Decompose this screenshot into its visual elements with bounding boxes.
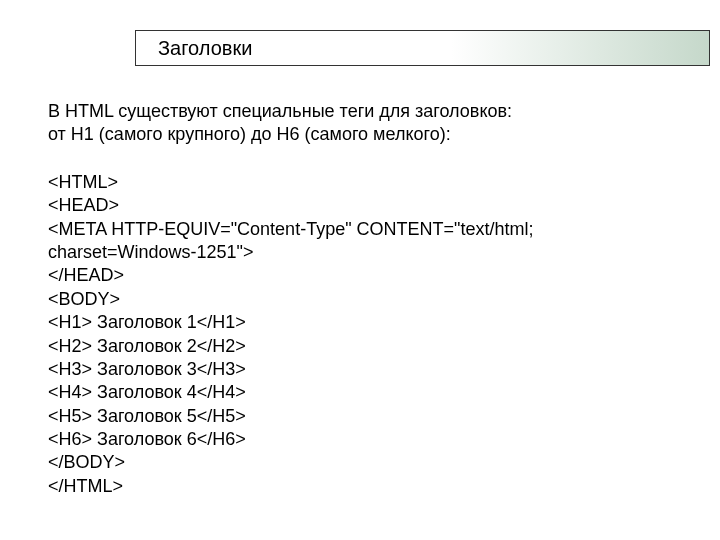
code-line: <H6> Заголовок 6</H6>	[48, 428, 668, 451]
code-line: charset=Windows-1251">	[48, 241, 668, 264]
title-bar: Заголовки	[135, 30, 710, 66]
code-line: <BODY>	[48, 288, 668, 311]
code-line: </HTML>	[48, 475, 668, 498]
intro-text: В HTML существуют специальные теги для з…	[48, 100, 668, 147]
intro-line-2: от Н1 (самого крупного) до Н6 (самого ме…	[48, 123, 668, 146]
code-line: <HTML>	[48, 171, 668, 194]
code-line: <HEAD>	[48, 194, 668, 217]
content-area: В HTML существуют специальные теги для з…	[48, 100, 668, 498]
code-line: </BODY>	[48, 451, 668, 474]
code-line: <H2> Заголовок 2</H2>	[48, 335, 668, 358]
code-line: <H5> Заголовок 5</H5>	[48, 405, 668, 428]
code-line: <H1> Заголовок 1</H1>	[48, 311, 668, 334]
code-line: <META HTTP-EQUIV="Content-Type" CONTENT=…	[48, 218, 668, 241]
code-line: <H4> Заголовок 4</H4>	[48, 381, 668, 404]
page-title: Заголовки	[158, 37, 252, 60]
intro-line-1: В HTML существуют специальные теги для з…	[48, 100, 668, 123]
code-line: <H3> Заголовок 3</H3>	[48, 358, 668, 381]
code-line: </HEAD>	[48, 264, 668, 287]
code-example: <HTML> <HEAD> <META HTTP-EQUIV="Content-…	[48, 171, 668, 498]
